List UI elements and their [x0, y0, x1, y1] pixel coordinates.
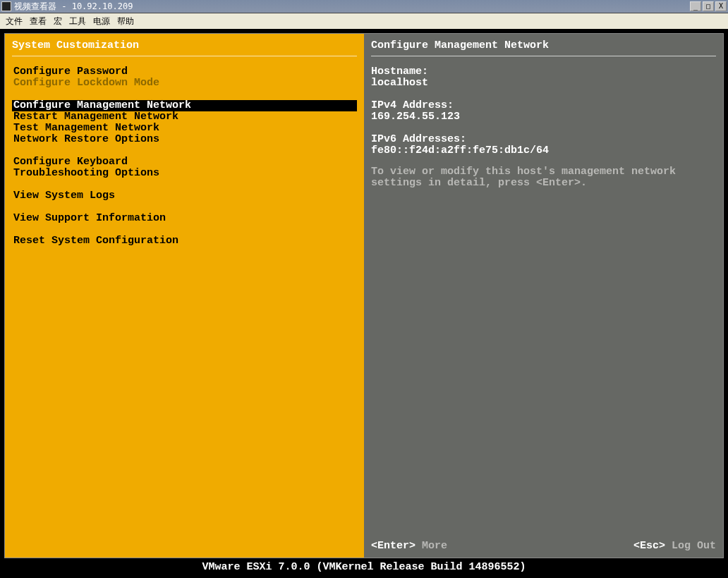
spacer	[12, 202, 357, 213]
menu-view-system-logs[interactable]: View System Logs	[12, 190, 357, 202]
console-area[interactable]: System Customization Configure Password …	[0, 29, 728, 578]
ipv4-label: IPv4 Address:	[371, 100, 716, 111]
menu-view-support-info[interactable]: View Support Information	[12, 213, 357, 224]
close-button[interactable]: X	[715, 1, 727, 11]
spacer	[12, 224, 357, 235]
menu-configure-password[interactable]: Configure Password	[12, 66, 357, 78]
spacer	[12, 179, 357, 190]
menu-configure-keyboard[interactable]: Configure Keyboard	[12, 156, 357, 168]
footer-esc: <Esc> Log Out	[633, 540, 716, 552]
menu-network-restore[interactable]: Network Restore Options	[12, 134, 357, 145]
right-footer: <Enter> More <Esc> Log Out	[371, 540, 716, 552]
window-title: 视频查看器 - 10.92.10.209	[14, 1, 690, 13]
menu-troubleshooting[interactable]: Troubleshooting Options	[12, 168, 357, 179]
left-pane: System Customization Configure Password …	[5, 34, 364, 558]
menu-restart-mgmt-network[interactable]: Restart Management Network	[12, 111, 357, 123]
menu-bar: 文件 查看 宏 工具 电源 帮助	[0, 13, 728, 29]
spacer	[371, 123, 716, 134]
status-bar: VMware ESXi 7.0.0 (VMKernel Release Buil…	[4, 558, 724, 573]
footer-esc-key: <Esc>	[633, 540, 665, 552]
detail-content: Hostname: localhost IPv4 Address: 169.25…	[371, 66, 716, 540]
footer-enter-text: More	[422, 540, 447, 552]
menu-view[interactable]: 查看	[30, 16, 47, 27]
ipv4-block: IPv4 Address: 169.254.55.123	[371, 100, 716, 123]
menu-configure-mgmt-network[interactable]: Configure Management Network	[12, 100, 357, 111]
window-icon	[1, 1, 11, 11]
footer-enter-key: <Enter>	[371, 540, 415, 552]
maximize-button[interactable]: □	[703, 1, 714, 11]
menu-test-mgmt-network[interactable]: Test Management Network	[12, 123, 357, 134]
ipv4-value: 169.254.55.123	[371, 111, 716, 123]
ipv6-block: IPv6 Addresses: fe80::f24d:a2ff:fe75:db1…	[371, 134, 716, 156]
ipv6-label: IPv6 Addresses:	[371, 134, 716, 145]
menu-list: Configure Password Configure Lockdown Mo…	[12, 66, 357, 552]
right-pane-title: Configure Management Network	[371, 39, 716, 56]
window-control-buttons: _ □ X	[690, 1, 727, 11]
menu-help[interactable]: 帮助	[117, 16, 134, 27]
menu-configure-lockdown: Configure Lockdown Mode	[12, 78, 357, 89]
hostname-label: Hostname:	[371, 66, 716, 78]
ipv6-value: fe80::f24d:a2ff:fe75:db1c/64	[371, 145, 716, 156]
left-pane-title: System Customization	[12, 39, 357, 56]
menu-tools[interactable]: 工具	[69, 16, 86, 27]
right-pane: Configure Management Network Hostname: l…	[364, 34, 723, 558]
spacer	[371, 89, 716, 100]
menu-file[interactable]: 文件	[6, 16, 23, 27]
footer-esc-text: Log Out	[672, 540, 716, 552]
hostname-value: localhost	[371, 78, 716, 89]
window-titlebar: 视频查看器 - 10.92.10.209 _ □ X	[0, 0, 728, 13]
menu-reset-system-config[interactable]: Reset System Configuration	[12, 235, 357, 247]
help-text: To view or modify this host's management…	[371, 166, 716, 189]
menu-macro[interactable]: 宏	[54, 16, 62, 27]
menu-power[interactable]: 电源	[93, 16, 110, 27]
spacer	[12, 145, 357, 156]
hostname-block: Hostname: localhost	[371, 66, 716, 89]
footer-enter: <Enter> More	[371, 540, 447, 552]
minimize-button[interactable]: _	[690, 1, 701, 11]
spacer	[12, 89, 357, 100]
dcui-frame: System Customization Configure Password …	[4, 33, 724, 558]
